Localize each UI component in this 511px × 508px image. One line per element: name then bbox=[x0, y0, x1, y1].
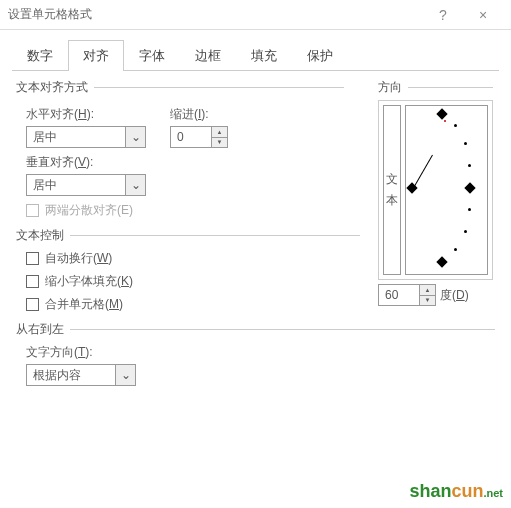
merge-label: 合并单元格(M) bbox=[45, 296, 123, 313]
wrap-checkbox[interactable] bbox=[26, 252, 39, 265]
rtl-section-label: 从右到左 bbox=[16, 321, 64, 338]
v-align-select[interactable]: 居中 ⌄ bbox=[26, 174, 146, 196]
close-button[interactable]: × bbox=[463, 7, 503, 23]
shrink-checkbox[interactable] bbox=[26, 275, 39, 288]
degree-label: 度(D) bbox=[440, 287, 469, 304]
tab-fill[interactable]: 填充 bbox=[236, 40, 292, 71]
orient-dial[interactable] bbox=[405, 105, 488, 275]
dir-label: 文字方向(T): bbox=[26, 344, 495, 361]
indent-label: 缩进(I): bbox=[170, 106, 228, 123]
shrink-label: 缩小字体填充(K) bbox=[45, 273, 133, 290]
justify-label: 两端分散对齐(E) bbox=[45, 202, 133, 219]
tab-bar: 数字 对齐 字体 边框 填充 保护 bbox=[12, 40, 499, 71]
chevron-down-icon: ⌄ bbox=[115, 365, 135, 385]
tab-align[interactable]: 对齐 bbox=[68, 40, 124, 71]
chevron-down-icon: ⌄ bbox=[125, 127, 145, 147]
tab-border[interactable]: 边框 bbox=[180, 40, 236, 71]
spinner-down-icon[interactable]: ▼ bbox=[420, 296, 435, 306]
degree-spinner[interactable]: 60 ▲▼ bbox=[378, 284, 436, 306]
align-section-label: 文本对齐方式 bbox=[16, 79, 88, 96]
merge-checkbox[interactable] bbox=[26, 298, 39, 311]
watermark: shancun.net bbox=[409, 481, 503, 502]
textctrl-section-label: 文本控制 bbox=[16, 227, 64, 244]
h-align-select[interactable]: 居中 ⌄ bbox=[26, 126, 146, 148]
orient-vertical-text[interactable]: 文 本 bbox=[383, 105, 401, 275]
justify-checkbox bbox=[26, 204, 39, 217]
help-button[interactable]: ? bbox=[423, 7, 463, 23]
orient-section-label: 方向 bbox=[378, 79, 402, 96]
tab-number[interactable]: 数字 bbox=[12, 40, 68, 71]
chevron-down-icon: ⌄ bbox=[125, 175, 145, 195]
spinner-up-icon[interactable]: ▲ bbox=[212, 127, 227, 138]
wrap-label: 自动换行(W) bbox=[45, 250, 112, 267]
spinner-up-icon[interactable]: ▲ bbox=[420, 285, 435, 296]
orient-needle bbox=[412, 155, 433, 191]
h-align-label: 水平对齐(H): bbox=[26, 106, 146, 123]
tab-font[interactable]: 字体 bbox=[124, 40, 180, 71]
titlebar: 设置单元格格式 ? × bbox=[0, 0, 511, 30]
window-title: 设置单元格格式 bbox=[8, 6, 423, 23]
dir-select[interactable]: 根据内容 ⌄ bbox=[26, 364, 136, 386]
spinner-down-icon[interactable]: ▼ bbox=[212, 138, 227, 148]
tab-protect[interactable]: 保护 bbox=[292, 40, 348, 71]
indent-spinner[interactable]: 0 ▲▼ bbox=[170, 126, 228, 148]
